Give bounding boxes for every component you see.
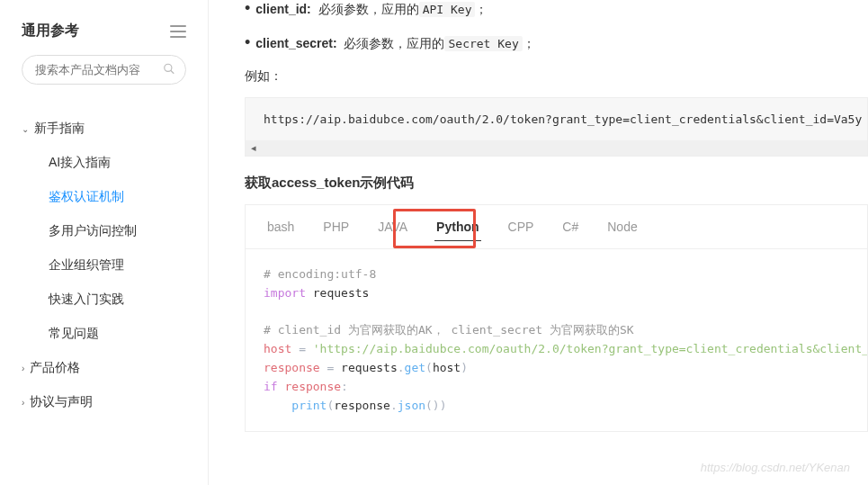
inline-code: Secret Key <box>444 36 522 51</box>
search-box <box>22 55 186 85</box>
horizontal-scrollbar[interactable]: ◂ <box>245 140 868 157</box>
nav-section-agreement[interactable]: › 协议与声明 <box>0 385 208 419</box>
main-content: • client_id: 必须参数，应用的API Key； • client_s… <box>209 0 868 485</box>
nav-section-label: 产品价格 <box>30 360 80 376</box>
code-block: # encoding:utf-8 import requests # clien… <box>246 249 867 431</box>
tab-php[interactable]: PHP <box>309 205 363 248</box>
tab-cpp[interactable]: CPP <box>494 205 549 248</box>
sidebar-header: 通用参考 <box>0 22 208 55</box>
chevron-down-icon: ⌄ <box>22 124 29 134</box>
code-tabs: bash PHP JAVA Python CPP C# Node <box>246 205 867 249</box>
nav-section-label: 协议与声明 <box>30 394 93 410</box>
search-icon[interactable] <box>163 62 175 77</box>
param-desc: 必须参数，应用的API Key； <box>318 2 488 18</box>
chevron-right-icon: › <box>22 398 24 408</box>
param-name: client_secret: <box>255 36 336 50</box>
param-list: • client_id: 必须参数，应用的API Key； • client_s… <box>245 0 868 52</box>
tab-bash[interactable]: bash <box>253 205 309 248</box>
nav-item-multiuser[interactable]: 多用户访问控制 <box>0 214 208 248</box>
nav-section-newbie[interactable]: ⌄ 新手指南 <box>0 112 208 146</box>
param-client-secret: • client_secret: 必须参数，应用的Secret Key； <box>245 34 868 52</box>
tab-node[interactable]: Node <box>593 205 651 248</box>
tab-java[interactable]: JAVA <box>363 205 422 248</box>
bullet-icon: • <box>245 34 250 50</box>
example-url-block: https://aip.baidubce.com/oauth/2.0/token… <box>245 97 868 140</box>
nav-item-faq[interactable]: 常见问题 <box>0 317 208 351</box>
menu-icon[interactable] <box>170 25 186 38</box>
sidebar: 通用参考 ⌄ 新手指南 AI接入指南 鉴权认证机制 多用户访问控制 企业组织管理… <box>0 0 209 485</box>
nav-item-quickstart[interactable]: 快速入门实践 <box>0 283 208 317</box>
sidebar-title: 通用参考 <box>22 22 79 40</box>
tab-csharp[interactable]: C# <box>548 205 593 248</box>
nav-item-auth[interactable]: 鉴权认证机制 <box>0 180 208 214</box>
inline-code: API Key <box>419 2 476 17</box>
param-client-id: • client_id: 必须参数，应用的API Key； <box>245 0 868 18</box>
nav-section-label: 新手指南 <box>34 121 85 137</box>
code-section-heading: 获取access_token示例代码 <box>245 175 868 192</box>
code-tabs-container: bash PHP JAVA Python CPP C# Node # encod… <box>245 204 868 432</box>
bullet-icon: • <box>245 0 250 16</box>
nav-item-ai-guide[interactable]: AI接入指南 <box>0 146 208 180</box>
tab-python[interactable]: Python <box>422 205 493 248</box>
nav-section-pricing[interactable]: › 产品价格 <box>0 351 208 385</box>
scroll-left-icon[interactable]: ◂ <box>246 142 262 154</box>
svg-line-1 <box>171 70 174 74</box>
example-label: 例如： <box>245 68 868 85</box>
param-name: client_id: <box>255 2 310 16</box>
svg-point-0 <box>165 64 172 71</box>
chevron-right-icon: › <box>22 364 24 373</box>
search-input[interactable] <box>22 55 186 85</box>
param-desc: 必须参数，应用的Secret Key； <box>344 36 534 52</box>
nav-item-org[interactable]: 企业组织管理 <box>0 248 208 283</box>
